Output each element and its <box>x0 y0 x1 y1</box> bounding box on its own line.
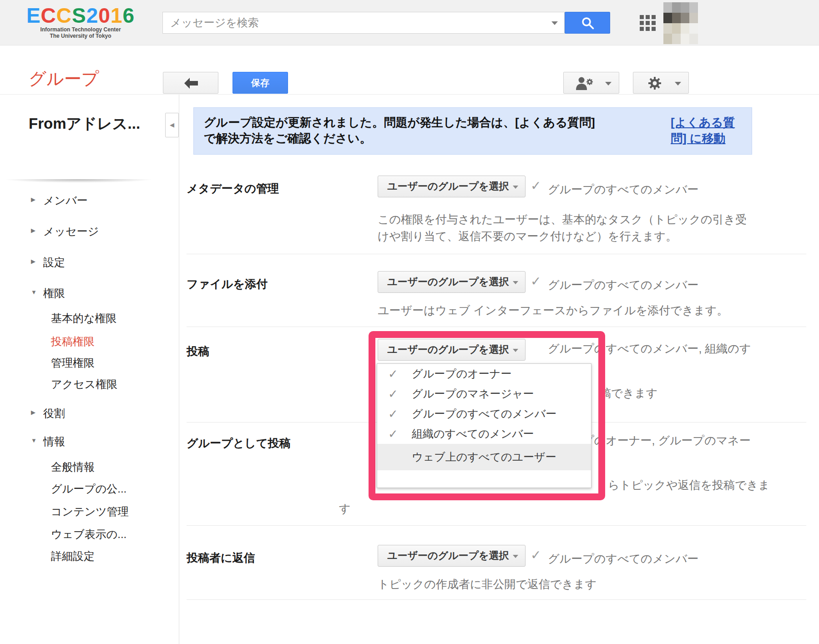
selected-value-attach: グループのすべてのメンバー <box>548 277 698 292</box>
check-icon: ✓ <box>388 424 398 444</box>
sidebar-item-messages[interactable]: ▶ メッセージ <box>0 224 178 240</box>
sidebar-item-permissions[interactable]: ▼ 権限 <box>0 286 178 302</box>
logo-letter: 1 <box>111 4 123 27</box>
sidebar-item-group-visibility[interactable]: グループの公... <box>0 482 178 497</box>
members-menu-button[interactable] <box>563 72 619 94</box>
sidebar-item-posting-permissions[interactable]: 投稿権限 <box>0 334 178 350</box>
sidebar-item-label: 管理権限 <box>51 356 95 370</box>
logo-letter: 6 <box>123 4 135 27</box>
expand-arrow-icon: ▶ <box>31 227 39 234</box>
logo-text: ECCS2016 <box>26 5 135 26</box>
sidebar-item-label: 基本的な権限 <box>51 311 117 326</box>
menu-item-label: ウェブ上のすべてのユーザー <box>412 451 556 463</box>
logo-subtitle: The University of Tokyo <box>26 33 135 39</box>
sidebar-item-label: メッセージ <box>43 224 99 239</box>
sidebar-item-basic-permissions[interactable]: 基本的な権限 <box>0 311 178 327</box>
sidebar-item-settings[interactable]: ▶ 設定 <box>0 255 178 271</box>
select-groups-dropdown-metadata[interactable]: ユーザーのグループを選択 <box>378 176 526 197</box>
sidebar-item-label: メンバー <box>43 193 88 208</box>
sidebar-item-roles[interactable]: ▶ 役割 <box>0 406 178 422</box>
search-button[interactable] <box>565 12 610 34</box>
select-groups-dropdown-reply[interactable]: ユーザーのグループを選択 <box>378 545 526 567</box>
row-desc-attach: ユーザーはウェブ インターフェースからファイルを添付できます。 <box>378 302 751 319</box>
faq-link[interactable]: [よくある質問] に移動 <box>671 115 740 154</box>
row-desc-metadata: この権限を付与されたユーザーは、基本的なタスク（トピックの引き受けや割り当て、返… <box>378 211 751 245</box>
menu-item-group-managers[interactable]: ✓ グループのマネージャー <box>377 384 591 404</box>
logo-letter: 0 <box>98 4 111 27</box>
sidebar-item-label: 役割 <box>43 406 65 421</box>
avatar[interactable] <box>663 2 698 44</box>
logo-letter: S <box>72 4 86 27</box>
row-label-attach: ファイルを添付 <box>187 277 268 292</box>
eccs-logo: ECCS2016 Information Technology Center T… <box>26 5 135 39</box>
sidebar-item-label: ウェブ表示の... <box>51 527 126 542</box>
sidebar-shadow-divider <box>0 179 179 184</box>
menu-item-label: グループのオーナー <box>412 367 511 380</box>
check-icon: ✓ <box>388 404 398 424</box>
dropdown-label: ユーザーのグループを選択 <box>387 344 509 355</box>
logo-letter: C <box>41 4 56 27</box>
sidebar-item-content-control[interactable]: コンテンツ管理 <box>0 504 178 520</box>
group-name-title: Fromアドレス... <box>29 114 140 134</box>
logo-subtitle: Information Technology Center <box>26 26 135 33</box>
back-arrow-icon <box>182 76 200 90</box>
logo-letter: 2 <box>86 4 99 27</box>
selected-value-reply: グループのすべてのメンバー <box>548 551 698 566</box>
check-icon: ✓ <box>531 178 541 193</box>
page-title: グループ <box>29 67 99 91</box>
row-divider <box>187 327 806 327</box>
select-groups-dropdown-attach[interactable]: ユーザーのグループを選択 <box>378 271 526 293</box>
expand-arrow-icon: ▶ <box>31 196 39 203</box>
chevron-down-icon <box>675 82 681 86</box>
sidebar-item-label: グループの公... <box>51 482 126 496</box>
row-divider <box>187 254 806 254</box>
dropdown-label: ユーザーのグループを選択 <box>387 276 509 287</box>
toolbar-divider <box>0 94 819 95</box>
dropdown-caret-icon <box>513 281 518 284</box>
sidebar-item-web-view[interactable]: ウェブ表示の... <box>0 527 178 543</box>
people-gear-icon <box>576 76 597 91</box>
selected-value-metadata: グループのすべてのメンバー <box>548 182 698 197</box>
gear-icon <box>647 75 662 91</box>
menu-item-label: 組織のすべてのメンバー <box>412 428 534 440</box>
sidebar-item-access-permissions[interactable]: アクセス権限 <box>0 377 178 392</box>
menu-item-label: グループのマネージャー <box>412 387 534 400</box>
row-label-metadata: メタデータの管理 <box>187 181 279 196</box>
menu-item-label: グループのすべてのメンバー <box>412 408 556 420</box>
back-button[interactable] <box>163 72 218 94</box>
apps-grid-icon[interactable] <box>640 15 657 32</box>
menu-item-group-owners[interactable]: ✓ グループのオーナー <box>377 364 591 384</box>
sidebar-item-moderation-permissions[interactable]: 管理権限 <box>0 356 178 371</box>
select-groups-dropdown-post[interactable]: ユーザーのグループを選択 <box>378 339 526 361</box>
menu-item-all-group-members[interactable]: ✓ グループのすべてのメンバー <box>377 404 591 424</box>
menu-item-all-web-users[interactable]: ウェブ上のすべてのユーザー <box>377 444 591 470</box>
sidebar-item-label: アクセス権限 <box>51 377 117 392</box>
dropdown-label: ユーザーのグループを選択 <box>387 181 509 192</box>
search-input[interactable] <box>162 12 565 34</box>
menu-item-all-org-members[interactable]: ✓ 組織のすべてのメンバー <box>377 424 591 444</box>
collapse-arrow-icon: ▼ <box>31 437 39 444</box>
row-desc-post-partial: 稿できます <box>600 386 657 401</box>
row-desc-reply: トピックの作成者に非公開で返信できます <box>378 576 751 593</box>
settings-menu-button[interactable] <box>633 72 689 94</box>
sidebar-item-information[interactable]: ▼ 情報 <box>0 434 178 450</box>
sidebar-item-label: コンテンツ管理 <box>51 504 129 519</box>
sidebar-item-label: 全般情報 <box>51 460 95 474</box>
sidebar-item-members[interactable]: ▶ メンバー <box>0 193 178 209</box>
app-header: ECCS2016 Information Technology Center T… <box>0 0 819 45</box>
sidebar-item-general-info[interactable]: 全般情報 <box>0 460 178 475</box>
search-options-caret-icon[interactable] <box>551 21 558 25</box>
sidebar-item-advanced[interactable]: 詳細設定 <box>0 549 178 564</box>
check-icon: ✓ <box>531 548 541 563</box>
row-label-post: 投稿 <box>187 344 209 359</box>
row-label-post-as-group: グループとして投稿 <box>187 436 291 451</box>
row-divider <box>187 525 806 526</box>
check-icon: ✓ <box>388 364 398 384</box>
sidebar-item-label: 詳細設定 <box>51 549 95 564</box>
check-icon: ✓ <box>531 274 541 289</box>
sidebar-item-label: 情報 <box>43 434 65 449</box>
row-desc-post-as-group-partial: らトピックや返信を投稿できま <box>608 478 770 493</box>
save-button[interactable]: 保存 <box>233 72 288 94</box>
banner-message: グループ設定が更新されました。問題が発生した場合は、[よくある質問] で解決方法… <box>204 115 671 154</box>
sidebar-collapse-button[interactable]: ◀ <box>165 113 179 137</box>
